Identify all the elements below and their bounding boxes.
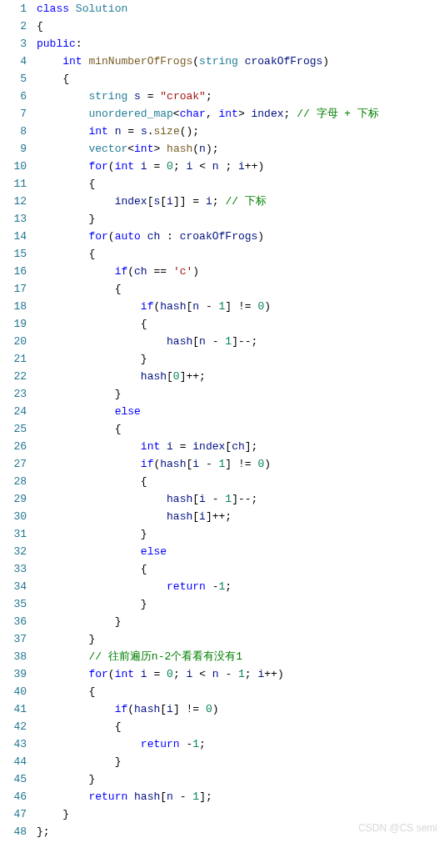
line-number: 10	[0, 158, 27, 175]
code-line[interactable]: }	[37, 210, 444, 228]
line-number: 29	[0, 490, 27, 508]
code-line[interactable]: {	[37, 718, 444, 735]
line-number: 15	[0, 245, 27, 263]
line-number: 25	[0, 420, 27, 438]
line-number: 24	[0, 403, 27, 420]
line-number: 17	[0, 280, 27, 298]
line-number: 33	[0, 560, 27, 578]
code-line[interactable]: }	[37, 385, 444, 403]
code-line[interactable]: string s = "croak";	[37, 88, 444, 105]
line-number: 13	[0, 210, 27, 228]
line-number: 35	[0, 595, 27, 613]
line-number: 47	[0, 805, 27, 823]
line-number: 12	[0, 193, 27, 210]
code-line[interactable]: for(auto ch : croakOfFrogs)	[37, 228, 444, 245]
code-line[interactable]: for(int i = 0; i < n ; i++)	[37, 158, 444, 175]
line-number: 3	[0, 35, 27, 53]
code-editor: 1234567891011121314151617181920212223242…	[0, 0, 444, 840]
code-line[interactable]: unordered_map<char, int> index; // 字母 + …	[37, 105, 444, 123]
code-line[interactable]: int n = s.size();	[37, 123, 444, 140]
code-line[interactable]: }	[37, 613, 444, 630]
code-line[interactable]: if(hash[i - 1] != 0)	[37, 455, 444, 473]
line-number: 48	[0, 823, 27, 840]
code-line[interactable]: {	[37, 473, 444, 490]
line-number: 26	[0, 438, 27, 455]
line-number: 45	[0, 770, 27, 788]
code-line[interactable]: // 往前遍历n-2个看看有没有1	[37, 648, 444, 665]
line-number: 44	[0, 753, 27, 770]
line-number: 8	[0, 123, 27, 140]
line-number: 34	[0, 578, 27, 595]
line-number: 32	[0, 543, 27, 560]
code-line[interactable]: vector<int> hash(n);	[37, 140, 444, 158]
code-line[interactable]: for(int i = 0; i < n - 1; i++)	[37, 665, 444, 683]
code-line[interactable]: {	[37, 70, 444, 88]
code-line[interactable]: return -1;	[37, 578, 444, 595]
code-line[interactable]: else	[37, 403, 444, 420]
line-number: 2	[0, 18, 27, 35]
code-line[interactable]: {	[37, 175, 444, 193]
line-number: 39	[0, 665, 27, 683]
code-line[interactable]: hash[n - 1]--;	[37, 333, 444, 350]
code-line[interactable]: if(hash[i] != 0)	[37, 700, 444, 718]
code-line[interactable]: int i = index[ch];	[37, 438, 444, 455]
code-line[interactable]: {	[37, 245, 444, 263]
line-number: 38	[0, 648, 27, 665]
line-number: 28	[0, 473, 27, 490]
code-line[interactable]: {	[37, 560, 444, 578]
line-number: 31	[0, 525, 27, 543]
code-line[interactable]: hash[0]++;	[37, 368, 444, 385]
line-number: 21	[0, 350, 27, 368]
line-number: 20	[0, 333, 27, 350]
line-number-gutter: 1234567891011121314151617181920212223242…	[0, 0, 37, 840]
line-number: 36	[0, 613, 27, 630]
code-body[interactable]: class Solution{public: int minNumberOfFr…	[37, 0, 444, 840]
code-line[interactable]: }	[37, 350, 444, 368]
line-number: 4	[0, 53, 27, 70]
code-line[interactable]: {	[37, 315, 444, 333]
line-number: 16	[0, 263, 27, 280]
line-number: 41	[0, 700, 27, 718]
code-line[interactable]: index[s[i]] = i; // 下标	[37, 193, 444, 210]
code-line[interactable]: class Solution	[37, 0, 444, 18]
line-number: 37	[0, 630, 27, 648]
code-line[interactable]: hash[i - 1]--;	[37, 490, 444, 508]
code-line[interactable]: }	[37, 595, 444, 613]
line-number: 19	[0, 315, 27, 333]
line-number: 18	[0, 298, 27, 315]
code-line[interactable]: {	[37, 420, 444, 438]
line-number: 43	[0, 735, 27, 753]
code-line[interactable]: {	[37, 18, 444, 35]
line-number: 23	[0, 385, 27, 403]
code-line[interactable]: return hash[n - 1];	[37, 788, 444, 805]
line-number: 11	[0, 175, 27, 193]
code-line[interactable]: {	[37, 280, 444, 298]
code-line[interactable]: }	[37, 753, 444, 770]
line-number: 9	[0, 140, 27, 158]
code-line[interactable]: int minNumberOfFrogs(string croakOfFrogs…	[37, 53, 444, 70]
line-number: 30	[0, 508, 27, 525]
code-line[interactable]: }	[37, 525, 444, 543]
watermark: CSDN @CS semi	[358, 820, 437, 837]
code-line[interactable]: if(ch == 'c')	[37, 263, 444, 280]
code-line[interactable]: public:	[37, 35, 444, 53]
code-line[interactable]: if(hash[n - 1] != 0)	[37, 298, 444, 315]
line-number: 6	[0, 88, 27, 105]
line-number: 27	[0, 455, 27, 473]
line-number: 5	[0, 70, 27, 88]
code-line[interactable]: }	[37, 630, 444, 648]
line-number: 22	[0, 368, 27, 385]
line-number: 42	[0, 718, 27, 735]
code-line[interactable]: hash[i]++;	[37, 508, 444, 525]
code-line[interactable]: }	[37, 770, 444, 788]
code-line[interactable]: {	[37, 683, 444, 700]
code-line[interactable]: return -1;	[37, 735, 444, 753]
line-number: 1	[0, 0, 27, 18]
line-number: 7	[0, 105, 27, 123]
line-number: 14	[0, 228, 27, 245]
code-line[interactable]: else	[37, 543, 444, 560]
line-number: 46	[0, 788, 27, 805]
line-number: 40	[0, 683, 27, 700]
